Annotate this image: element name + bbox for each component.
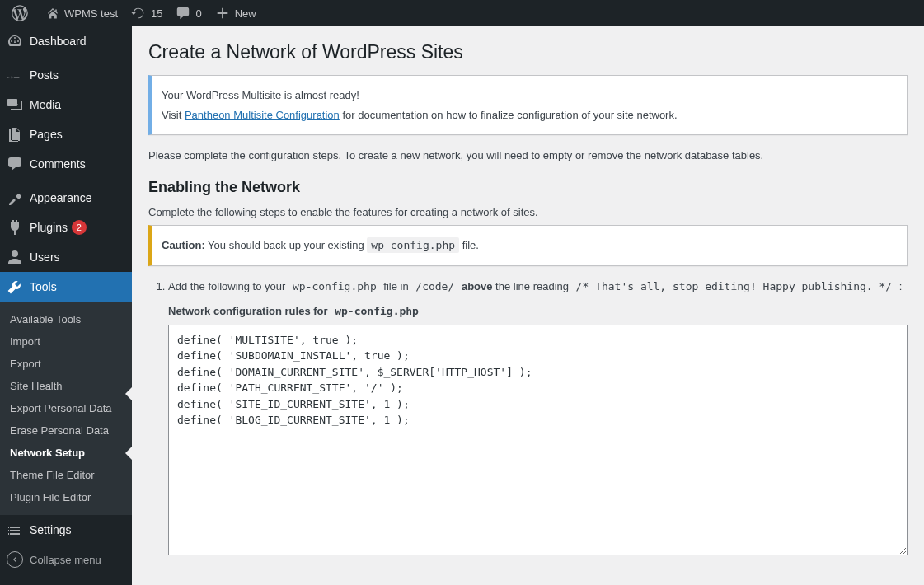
site-name-link[interactable]: WPMS test (40, 0, 124, 26)
step-1: Add the following to your wp-config.php … (168, 278, 908, 561)
sidebar-item-label: Posts (30, 68, 59, 82)
sidebar-item-label: Pages (30, 128, 63, 141)
pantheon-config-link[interactable]: Pantheon Multisite Configuration (185, 109, 340, 121)
notice-ready-text: Your WordPress Multisite is almost ready… (162, 87, 897, 104)
sidebar-item-label: Settings (30, 523, 72, 536)
media-icon (7, 96, 23, 113)
comments-count-text: 0 (195, 7, 201, 20)
plugin-update-badge: 2 (72, 220, 87, 235)
sidebar-item-label: Plugins (30, 221, 68, 234)
tools-submenu-item[interactable]: Export Personal Data (0, 397, 132, 419)
sidebar-item-label: Dashboard (30, 35, 87, 48)
tools-icon (7, 278, 23, 295)
sidebar-item-label: Appearance (30, 191, 92, 204)
tools-submenu-item[interactable]: Export (0, 353, 132, 375)
user-icon (7, 249, 23, 265)
new-label-text: New (235, 7, 256, 20)
tools-submenu-item[interactable]: Import (0, 330, 132, 353)
sidebar-item-tools[interactable]: Tools (0, 272, 132, 302)
collapse-icon (7, 551, 23, 568)
enabling-network-heading: Enabling the Network (148, 179, 908, 196)
collapse-label: Collapse menu (30, 554, 101, 566)
page-title: Create a Network of WordPress Sites (148, 41, 908, 63)
tools-submenu: Available ToolsImportExportSite HealthEx… (0, 302, 132, 515)
plus-icon (215, 6, 230, 21)
collapse-menu-button[interactable]: Collapse menu (0, 545, 132, 574)
comments-link[interactable]: 0 (169, 0, 208, 26)
sidebar-item-users[interactable]: Users (0, 242, 132, 272)
dashboard-icon (7, 33, 23, 49)
tools-submenu-item[interactable]: Available Tools (0, 308, 132, 330)
tools-submenu-item[interactable]: Theme File Editor (0, 464, 132, 486)
wp-logo[interactable] (5, 0, 40, 26)
settings-icon (7, 522, 23, 538)
appearance-icon (7, 190, 23, 206)
notice-visit-line: Visit Pantheon Multisite Configuration f… (162, 107, 897, 124)
plugin-icon (7, 219, 23, 236)
rules-label: Network configuration rules for wp-confi… (168, 303, 908, 320)
sidebar-item-comments[interactable]: Comments (0, 149, 132, 179)
wp-config-code: wp-config.php (367, 237, 459, 253)
updates-link[interactable]: 15 (124, 0, 169, 26)
pin-icon (7, 67, 23, 83)
complete-steps-text: Complete the following steps to enable t… (148, 204, 908, 221)
home-icon (46, 7, 59, 20)
network-config-textarea[interactable] (168, 325, 908, 555)
wordpress-logo-icon (12, 5, 28, 21)
comment-icon (176, 6, 190, 21)
admin-toolbar: WPMS test 15 0 New (0, 0, 924, 26)
comments-icon (7, 156, 23, 172)
sidebar-item-dashboard[interactable]: Dashboard (0, 26, 132, 56)
sidebar-item-media[interactable]: Media (0, 90, 132, 119)
sidebar-item-label: Tools (30, 280, 57, 293)
site-name-text: WPMS test (64, 7, 118, 20)
sidebar-item-label: Comments (30, 157, 86, 171)
sidebar-item-settings[interactable]: Settings (0, 515, 132, 545)
sidebar-item-appearance[interactable]: Appearance (0, 183, 132, 213)
tools-submenu-item[interactable]: Erase Personal Data (0, 419, 132, 442)
page-icon (7, 126, 23, 143)
tools-submenu-item[interactable]: Site Health (0, 375, 132, 397)
new-content-link[interactable]: New (209, 0, 263, 26)
tools-submenu-item[interactable]: Plugin File Editor (0, 486, 132, 508)
please-complete-text: Please complete the configuration steps.… (148, 147, 908, 164)
admin-sidebar: Dashboard Posts Media Pages Com (0, 26, 132, 585)
caution-label: Caution: (162, 239, 205, 251)
update-icon (131, 6, 146, 21)
sidebar-item-pages[interactable]: Pages (0, 119, 132, 149)
updates-count-text: 15 (151, 7, 162, 20)
main-content: Create a Network of WordPress Sites Your… (132, 0, 924, 585)
sidebar-item-label: Users (30, 250, 60, 264)
multisite-ready-notice: Your WordPress Multisite is almost ready… (148, 75, 908, 135)
sidebar-item-posts[interactable]: Posts (0, 60, 132, 90)
caution-notice: Caution: You should back up your existin… (148, 225, 908, 266)
sidebar-item-plugins[interactable]: Plugins 2 (0, 213, 132, 242)
tools-submenu-item[interactable]: Network Setup (0, 442, 132, 464)
sidebar-item-label: Media (30, 98, 61, 111)
